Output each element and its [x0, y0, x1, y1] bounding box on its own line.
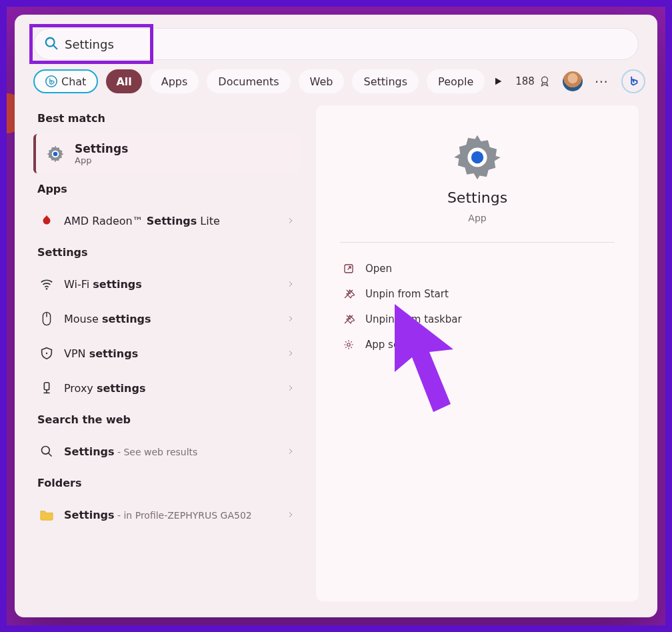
settings-item-vpn[interactable]: VPN settings [33, 337, 300, 369]
chip-apps[interactable]: Apps [150, 69, 199, 93]
chip-apps-label: Apps [161, 75, 188, 88]
action-unpin-taskbar-label: Unpin from taskbar [365, 313, 462, 325]
action-app-settings[interactable]: App settings [340, 332, 615, 357]
best-match-item[interactable]: Settings App [33, 134, 300, 173]
settings-item-mouse[interactable]: Mouse settings [33, 303, 300, 335]
best-match-subtitle: App [75, 155, 128, 165]
svg-point-16 [471, 151, 483, 163]
section-apps: Apps [33, 176, 300, 202]
folder-icon [39, 507, 55, 523]
unpin-icon [343, 313, 355, 325]
detail-title: Settings [447, 189, 507, 206]
search-row: Settings [33, 28, 639, 60]
chevron-right-icon [287, 315, 295, 323]
svg-point-9 [46, 353, 47, 354]
chip-web-label: Web [310, 75, 333, 88]
chip-all[interactable]: All [106, 69, 141, 93]
detail-header: Settings App [340, 132, 615, 243]
bing-chat-button[interactable] [621, 69, 645, 93]
chip-chat-label: Chat [61, 75, 86, 88]
chip-settings-label: Settings [363, 75, 407, 88]
svg-line-14 [49, 453, 52, 457]
rewards-count: 188 [515, 75, 535, 87]
mouse-icon [39, 311, 55, 327]
chip-documents[interactable]: Documents [207, 69, 290, 93]
folder-item-text: Settings - in Profile-ZEPHYRUS GA502 [64, 509, 277, 521]
gear-icon [452, 132, 503, 183]
gear-icon [45, 144, 65, 164]
unpin-icon [343, 288, 355, 300]
best-match-title: Settings [75, 142, 128, 155]
wifi-icon [39, 276, 55, 292]
settings-item-proxy[interactable]: Proxy settings [33, 372, 300, 404]
search-input-text: Settings [65, 37, 114, 51]
svg-line-1 [53, 45, 57, 49]
settings-item-text: Wi-Fi settings [64, 278, 277, 291]
amd-icon [39, 213, 55, 229]
settings-item-text: Mouse settings [64, 313, 277, 325]
chip-people-label: People [438, 75, 473, 88]
chip-web[interactable]: Web [299, 69, 345, 93]
settings-item-text: Proxy settings [64, 382, 277, 395]
medal-icon [539, 75, 551, 87]
section-best-match: Best match [33, 105, 300, 131]
chevron-right-icon [287, 349, 295, 357]
section-search-web: Search the web [33, 407, 300, 433]
chip-settings[interactable]: Settings [352, 69, 419, 93]
folder-item-settings[interactable]: Settings - in Profile-ZEPHYRUS GA502 [33, 499, 300, 531]
action-unpin-start[interactable]: Unpin from Start [340, 281, 615, 307]
chip-documents-label: Documents [218, 75, 279, 88]
action-unpin-taskbar[interactable]: Unpin from taskbar [340, 307, 615, 332]
body-columns: Best match Settings App Apps AMD [33, 105, 639, 601]
proxy-icon [39, 380, 55, 396]
play-icon[interactable] [493, 76, 503, 87]
chevron-right-icon [287, 384, 295, 392]
svg-point-20 [347, 343, 351, 347]
section-folders: Folders [33, 470, 300, 496]
web-item-text: Settings - See web results [64, 445, 277, 458]
avatar[interactable] [563, 71, 583, 91]
filter-chips-row: Chat All Apps Documents Web Settings Peo… [33, 69, 639, 93]
action-unpin-start-label: Unpin from Start [365, 288, 449, 300]
web-item-settings[interactable]: Settings - See web results [33, 435, 300, 467]
action-app-settings-label: App settings [365, 339, 428, 351]
svg-point-6 [46, 288, 48, 290]
settings-item-text: VPN settings [64, 347, 277, 360]
svg-point-5 [53, 151, 58, 156]
search-icon [44, 36, 59, 51]
more-menu-button[interactable]: ⋯ [595, 73, 609, 89]
svg-point-13 [42, 447, 50, 455]
chevron-right-icon [287, 280, 295, 288]
section-settings: Settings [33, 239, 300, 265]
apps-item-text: AMD Radeon™ Settings Lite [64, 215, 277, 227]
chevron-right-icon [287, 511, 295, 519]
bing-chat-icon [626, 74, 641, 89]
svg-point-3 [541, 77, 547, 83]
chip-people[interactable]: People [427, 69, 485, 93]
chip-chat[interactable]: Chat [33, 69, 98, 93]
chip-all-label: All [116, 75, 131, 88]
chevron-right-icon [287, 447, 295, 455]
search-panel: Settings Chat All Apps Documents Web Set… [15, 15, 657, 617]
gear-icon [343, 339, 355, 351]
apps-item-amd[interactable]: AMD Radeon™ Settings Lite [33, 205, 300, 237]
action-open[interactable]: Open [340, 256, 615, 281]
bing-icon [45, 75, 57, 87]
detail-pane: Settings App Open Unpin from Start Unpin… [316, 105, 639, 601]
action-open-label: Open [365, 263, 392, 275]
chips-right-group: 188 ⋯ [493, 69, 645, 93]
best-match-texts: Settings App [75, 142, 128, 165]
search-input[interactable]: Settings [33, 28, 639, 60]
results-column: Best match Settings App Apps AMD [33, 105, 300, 601]
search-icon [39, 443, 55, 459]
rewards-button[interactable]: 188 [515, 75, 551, 87]
detail-subtitle: App [468, 213, 486, 223]
svg-rect-10 [44, 383, 49, 390]
shield-icon [39, 345, 55, 361]
open-icon [343, 263, 355, 275]
chevron-right-icon [287, 217, 295, 225]
settings-item-wifi[interactable]: Wi-Fi settings [33, 268, 300, 300]
